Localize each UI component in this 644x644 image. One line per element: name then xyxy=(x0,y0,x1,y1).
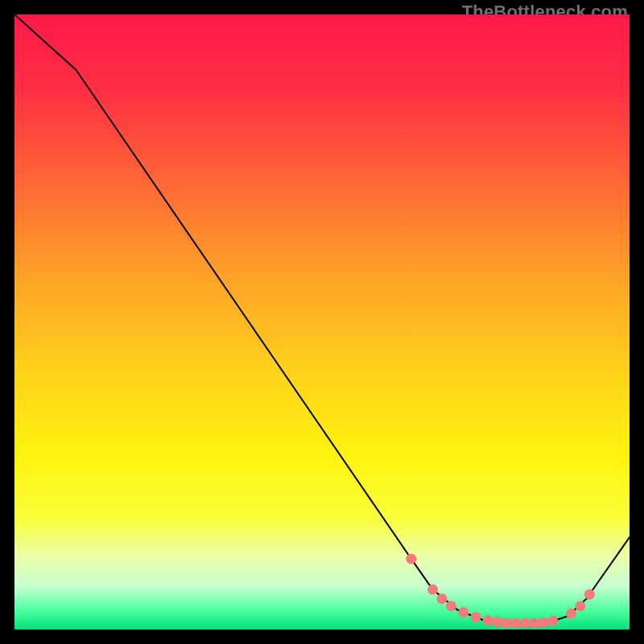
highlight-point xyxy=(547,616,558,626)
highlight-point xyxy=(427,584,438,595)
highlight-point xyxy=(406,554,416,564)
gradient-background xyxy=(14,14,630,630)
highlight-point xyxy=(529,618,539,629)
highlight-point xyxy=(510,618,521,629)
highlight-point xyxy=(492,617,502,627)
highlight-point xyxy=(584,589,595,600)
highlight-point xyxy=(566,609,576,619)
highlight-point xyxy=(539,617,549,628)
highlight-point xyxy=(471,612,481,622)
highlight-point xyxy=(458,607,469,617)
chart-stage: TheBottleneck.com xyxy=(0,0,644,644)
highlight-point xyxy=(483,615,493,625)
highlight-point xyxy=(446,601,456,611)
highlight-point xyxy=(520,618,530,629)
highlight-point xyxy=(436,593,447,604)
highlight-point xyxy=(502,618,512,629)
highlight-point xyxy=(575,601,585,611)
bottleneck-chart xyxy=(14,14,630,630)
